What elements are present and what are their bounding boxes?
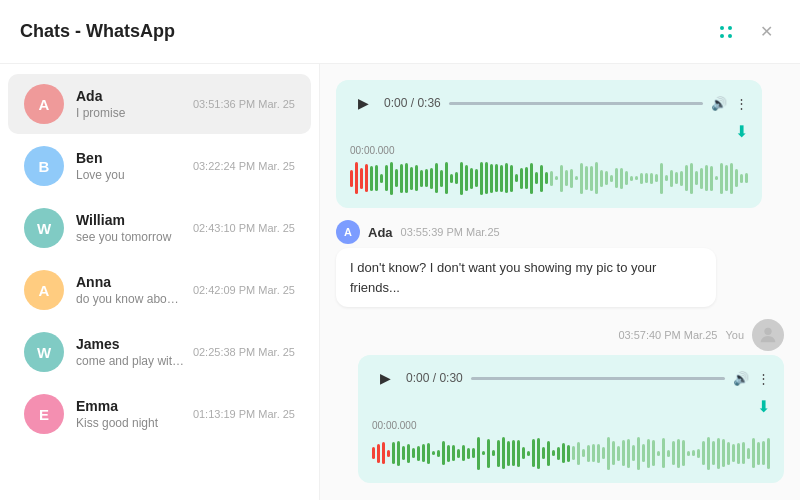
waveform-bar [562, 443, 565, 463]
waveform-bar [657, 451, 660, 456]
waveform-bar [490, 164, 493, 193]
chat-info-emma: Emma Kiss good night [76, 398, 185, 430]
waveform-bar [487, 439, 490, 468]
play-button-1[interactable]: ▶ [350, 90, 376, 116]
waveform-bar [382, 442, 385, 464]
chat-preview-ada: I promise [76, 106, 185, 120]
incoming-audio-row: ▶ 0:00 / 0:36 🔊 ⋮ ⬇ 00:00.000 [336, 80, 784, 208]
waveform-bar [495, 164, 498, 192]
waveform-bar [585, 166, 588, 190]
avatar-william: W [24, 208, 64, 248]
chat-item-ben[interactable]: B Ben Love you 03:22:24 PM Mar. 25 [8, 136, 311, 196]
waveform-bar [535, 172, 538, 184]
waveform-bar [717, 438, 720, 469]
waveform-bar [700, 168, 703, 189]
waveform-bar [502, 437, 505, 469]
waveform-bar [522, 447, 525, 459]
svg-point-1 [728, 26, 732, 30]
waveform-bar [430, 168, 433, 189]
waveform-bar [537, 438, 540, 469]
waveform-bar [567, 445, 570, 462]
waveform-bar [685, 165, 688, 191]
waveform-bar [550, 171, 553, 186]
grid-icon[interactable] [712, 18, 740, 46]
chat-item-anna[interactable]: A Anna do you know about that 02:42:09 P… [8, 260, 311, 320]
chat-info-william: William see you tomorrow [76, 212, 185, 244]
download-icon-1[interactable]: ⬇ [735, 122, 748, 141]
waveform-time-label-1: 00:00.000 [350, 145, 748, 156]
main-content: A Ada I promise 03:51:36 PM Mar. 25 B Be… [0, 64, 800, 500]
waveform-bar [757, 442, 760, 465]
progress-bar-2[interactable] [471, 377, 725, 380]
chat-item-ada[interactable]: A Ada I promise 03:51:36 PM Mar. 25 [8, 74, 311, 134]
progress-bar-1[interactable] [449, 102, 703, 105]
waveform-bar [690, 163, 693, 194]
waveform-bar [475, 169, 478, 187]
waveform-bar [447, 445, 450, 462]
chat-time-anna: 02:42:09 PM Mar. 25 [193, 284, 295, 296]
chat-name-ada: Ada [76, 88, 185, 104]
play-button-2[interactable]: ▶ [372, 365, 398, 391]
chat-item-james[interactable]: W James come and play with me 02:25:38 P… [8, 322, 311, 382]
chat-time-james: 02:25:38 PM Mar. 25 [193, 346, 295, 358]
waveform-bar [435, 163, 438, 193]
waveform-bar [627, 439, 630, 468]
waveform-bar [442, 441, 445, 465]
waveform-bar [640, 173, 643, 184]
waveform-bar [445, 162, 448, 194]
waveform-bar [720, 163, 723, 194]
waveform-bar [607, 437, 610, 470]
waveform-bar [482, 451, 485, 455]
waveform-bar [390, 162, 393, 195]
incoming-text-row: A Ada 03:55:39 PM Mar.25 I don't know? I… [336, 220, 784, 307]
waveform-1 [350, 158, 748, 198]
chat-item-william[interactable]: W William see you tomorrow 02:43:10 PM M… [8, 198, 311, 258]
waveform-bar [712, 441, 715, 465]
title-actions: ✕ [712, 18, 780, 46]
waveform-bar [432, 451, 435, 455]
chat-info-james: James come and play with me [76, 336, 185, 368]
waveform-bar [762, 441, 765, 465]
msg-time: 03:55:39 PM Mar.25 [401, 226, 500, 238]
chat-name-james: James [76, 336, 185, 352]
audio-time-2: 0:00 / 0:30 [406, 371, 463, 385]
waveform-bar [707, 437, 710, 470]
waveform-bar [667, 450, 670, 457]
waveform-bar [622, 440, 625, 466]
waveform-bar [520, 168, 523, 189]
avatar-james: W [24, 332, 64, 372]
waveform-bar [665, 175, 668, 181]
avatar-ada: A [24, 84, 64, 124]
more-icon-1[interactable]: ⋮ [735, 96, 748, 111]
waveform-bar [680, 171, 683, 186]
waveform-bar [587, 445, 590, 462]
waveform-bar [662, 438, 665, 468]
waveform-bar [427, 443, 430, 464]
download-icon-2[interactable]: ⬇ [757, 397, 770, 416]
waveform-bar [570, 169, 573, 188]
waveform-bar [620, 168, 623, 189]
waveform-bar [492, 450, 495, 456]
waveform-bar [660, 163, 663, 194]
waveform-bar [500, 165, 503, 192]
chat-item-emma[interactable]: E Emma Kiss good night 01:13:19 PM Mar. … [8, 384, 311, 444]
chat-preview-james: come and play with me [76, 354, 185, 368]
more-icon-2[interactable]: ⋮ [757, 371, 770, 386]
waveform-bar [412, 448, 415, 458]
text-bubble: I don't know? I don't want you showing m… [336, 248, 716, 307]
waveform-bar [635, 176, 638, 180]
waveform-bar [397, 441, 400, 466]
volume-icon-1[interactable]: 🔊 [711, 96, 727, 111]
chat-preview-anna: do you know about that [76, 292, 185, 306]
sender-info: A Ada 03:55:39 PM Mar.25 [336, 220, 500, 244]
waveform-bar [505, 163, 508, 193]
outgoing-timestamp: 03:57:40 PM Mar.25 [618, 329, 717, 341]
waveform-bar [697, 449, 700, 458]
waveform-bar [460, 162, 463, 195]
volume-icon-2[interactable]: 🔊 [733, 371, 749, 386]
waveform-bar [532, 439, 535, 467]
close-button[interactable]: ✕ [752, 18, 780, 46]
chat-name-ben: Ben [76, 150, 185, 166]
waveform-bar [417, 446, 420, 461]
you-avatar [752, 319, 784, 351]
